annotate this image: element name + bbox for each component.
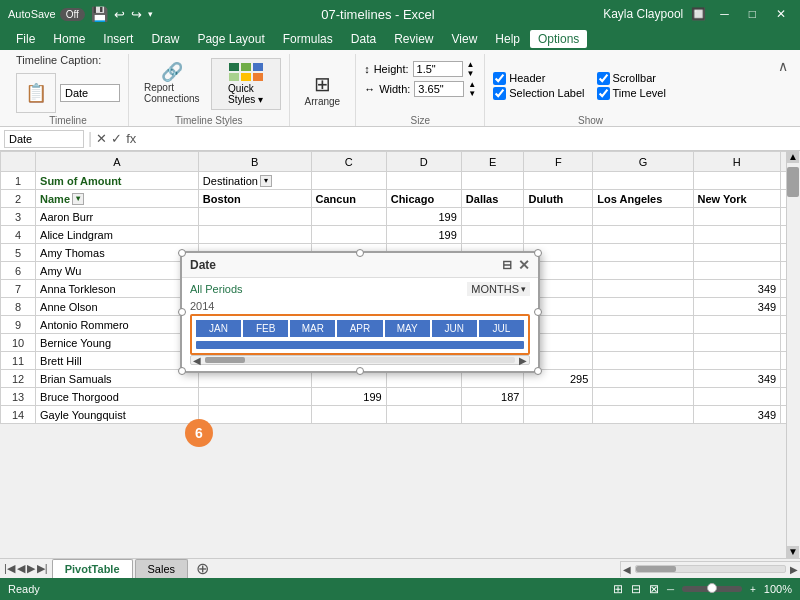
cell-e3[interactable] [461, 208, 524, 226]
cell-g14[interactable] [593, 406, 693, 424]
month-mar[interactable]: MAR [290, 320, 335, 337]
cell-h14[interactable]: 349 [693, 406, 781, 424]
resize-handle-left[interactable] [178, 308, 186, 316]
resize-handle-right[interactable] [534, 308, 542, 316]
cell-g1[interactable] [593, 172, 693, 190]
zoom-minus-btn[interactable]: ─ [667, 584, 674, 595]
col-header-b[interactable]: B [198, 152, 311, 172]
ribbon-collapse-icon[interactable]: 🔲 [691, 7, 706, 21]
hscroll-left-btn[interactable]: ◀ [621, 564, 633, 575]
cell-a3[interactable]: Aaron Burr [36, 208, 199, 226]
resize-handle-tr[interactable] [534, 249, 542, 257]
cb-selection-label[interactable]: Selection Label [493, 87, 584, 100]
cell-a5[interactable]: Amy Thomas [36, 244, 199, 262]
menu-help[interactable]: Help [487, 30, 528, 48]
col-header-c[interactable]: C [311, 152, 386, 172]
quick-styles-btn[interactable]: QuickStyles ▾ [211, 58, 281, 110]
cb-header[interactable]: Header [493, 72, 584, 85]
months-dropdown-icon[interactable]: ▾ [521, 284, 526, 294]
cell-a2[interactable]: Name ▾ [36, 190, 199, 208]
name-filter-btn[interactable]: ▾ [72, 193, 84, 205]
autosave-control[interactable]: AutoSave Off [8, 8, 85, 21]
cell-g9[interactable] [593, 316, 693, 334]
resize-handle-top[interactable] [356, 249, 364, 257]
cell-c2[interactable]: Cancun [311, 190, 386, 208]
tab-sales[interactable]: Sales [135, 559, 189, 578]
cell-a11[interactable]: Brett Hill [36, 352, 199, 370]
month-apr[interactable]: APR [337, 320, 382, 337]
cell-h1[interactable] [693, 172, 781, 190]
cancel-icon[interactable]: ✕ [96, 131, 107, 146]
cell-h3[interactable] [693, 208, 781, 226]
month-may[interactable]: MAY [385, 320, 430, 337]
col-header-f[interactable]: F [524, 152, 593, 172]
cell-e1[interactable] [461, 172, 524, 190]
width-spin[interactable]: ▲▼ [468, 80, 476, 98]
cell-d1[interactable] [386, 172, 461, 190]
cell-f1[interactable] [524, 172, 593, 190]
col-header-d[interactable]: D [386, 152, 461, 172]
month-feb[interactable]: FEB [243, 320, 288, 337]
close-btn[interactable]: ✕ [770, 5, 792, 23]
cb-scrollbar[interactable]: Scrollbar [597, 72, 688, 85]
cell-e14[interactable] [461, 406, 524, 424]
col-header-e[interactable]: E [461, 152, 524, 172]
cell-b4[interactable] [198, 226, 311, 244]
cell-c13[interactable]: 199 [311, 388, 386, 406]
menu-options[interactable]: Options [530, 30, 587, 48]
cell-h10[interactable] [693, 334, 781, 352]
cell-d2[interactable]: Chicago [386, 190, 461, 208]
cb-time-level[interactable]: Time Level [597, 87, 688, 100]
scroll-right-btn[interactable]: ▶ [519, 355, 527, 366]
cell-b13[interactable] [198, 388, 311, 406]
menu-home[interactable]: Home [45, 30, 93, 48]
cell-d4[interactable]: 199 [386, 226, 461, 244]
zoom-plus-btn[interactable]: + [750, 584, 756, 595]
timeline-close-btn[interactable]: ✕ [518, 257, 530, 273]
hscroll-right-btn[interactable]: ▶ [788, 564, 800, 575]
cell-a14[interactable]: Gayle Youngquist [36, 406, 199, 424]
arrange-btn[interactable]: ⊞ Arrange [298, 67, 348, 112]
cell-h5[interactable] [693, 244, 781, 262]
redo-icon[interactable]: ↪ [131, 7, 142, 22]
fx-icon[interactable]: fx [126, 131, 136, 146]
cell-f13[interactable] [524, 388, 593, 406]
cell-h6[interactable] [693, 262, 781, 280]
minimize-btn[interactable]: ─ [714, 5, 735, 23]
cell-g12[interactable] [593, 370, 693, 388]
cell-f2[interactable]: Duluth [524, 190, 593, 208]
resize-handle-br[interactable] [534, 367, 542, 375]
destination-filter-btn[interactable]: ▾ [260, 175, 272, 187]
scroll-down-btn[interactable]: ▼ [787, 546, 799, 558]
cell-b2[interactable]: Boston [198, 190, 311, 208]
cell-g11[interactable] [593, 352, 693, 370]
report-connections-btn[interactable]: 🔗 ReportConnections [137, 60, 207, 107]
zoom-thumb[interactable] [707, 583, 717, 593]
col-header-g[interactable]: G [593, 152, 693, 172]
confirm-icon[interactable]: ✓ [111, 131, 122, 146]
collapse-icon[interactable]: ∧ [778, 58, 788, 74]
cell-g2[interactable]: Los Angeles [593, 190, 693, 208]
cell-f4[interactable] [524, 226, 593, 244]
menu-formulas[interactable]: Formulas [275, 30, 341, 48]
cell-g6[interactable] [593, 262, 693, 280]
cell-h8[interactable]: 349 [693, 298, 781, 316]
cell-c1[interactable] [311, 172, 386, 190]
height-spin[interactable]: ▲▼ [467, 60, 475, 78]
cell-g8[interactable] [593, 298, 693, 316]
cell-a12[interactable]: Brian Samuals [36, 370, 199, 388]
add-sheet-btn[interactable]: ⊕ [190, 559, 215, 578]
cell-e2[interactable]: Dallas [461, 190, 524, 208]
cell-f3[interactable] [524, 208, 593, 226]
cell-a8[interactable]: Anne Olson [36, 298, 199, 316]
month-jun[interactable]: JUN [432, 320, 477, 337]
cell-d14[interactable] [386, 406, 461, 424]
zoom-slider[interactable] [682, 586, 742, 592]
cell-g5[interactable] [593, 244, 693, 262]
month-jul[interactable]: JUL [479, 320, 524, 337]
cell-h13[interactable] [693, 388, 781, 406]
cell-g10[interactable] [593, 334, 693, 352]
cell-b14[interactable] [198, 406, 311, 424]
cell-a10[interactable]: Bernice Young [36, 334, 199, 352]
cell-g4[interactable] [593, 226, 693, 244]
